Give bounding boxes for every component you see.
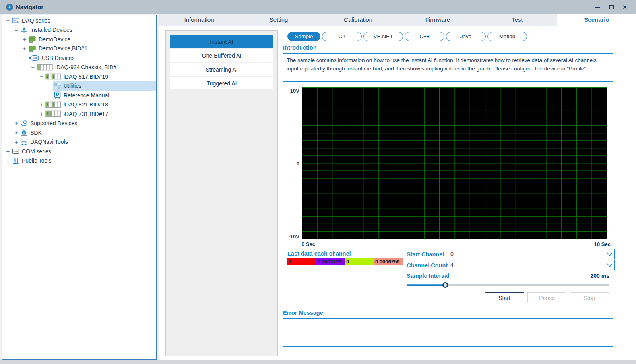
chassis-icon — [45, 110, 61, 117]
sample-list-item-one-buffered-ai[interactable]: One Buffered AI — [170, 49, 273, 62]
tree-item-label: Installed Devices — [30, 27, 72, 33]
tree-item-daq-series[interactable]: −DAQDAQ series — [2, 16, 156, 25]
language-tab-matlab[interactable]: Matlab — [487, 32, 527, 41]
tree-item-label: SDK — [30, 130, 42, 136]
sample-list-item-streaming-ai[interactable]: Streaming AI — [170, 63, 273, 76]
expand-icon[interactable]: + — [38, 101, 45, 108]
collapse-icon[interactable]: − — [13, 27, 19, 33]
tree-item-com-series[interactable]: +COMCOM series — [2, 147, 156, 156]
channel-1-value: 0.0003128 — [316, 258, 345, 265]
sample-list-item-instant-ai[interactable]: Instant AI — [170, 35, 273, 48]
channel-count-label: Channel Count — [407, 262, 448, 269]
navigator-app-icon: ▲ — [6, 4, 13, 11]
channel-3-value: 0.0006256 — [374, 258, 403, 265]
tree-item-public-tools[interactable]: +Public Tools — [2, 156, 156, 166]
chassis-icon — [45, 73, 61, 80]
tab-setting[interactable]: Setting — [239, 14, 318, 26]
chevron-down-icon — [605, 263, 614, 267]
tab-firmware[interactable]: Firmware — [398, 14, 477, 26]
sample-list-item-triggered-ai[interactable]: Triggered AI — [170, 77, 273, 89]
window-bottom-edge — [0, 360, 636, 364]
language-tab-c++[interactable]: C++ — [405, 32, 444, 41]
tree-item-demodevice[interactable]: +DEMODemoDevice — [2, 35, 156, 44]
expand-icon[interactable]: + — [13, 139, 19, 145]
tree-item-label: DemoDevice,BID#1 — [39, 45, 87, 52]
language-tab-java[interactable]: Java — [446, 32, 486, 41]
start-button[interactable]: Start — [485, 292, 524, 303]
expand-icon[interactable]: + — [5, 148, 11, 155]
chassis-icon — [37, 64, 53, 71]
svg-text:DEMO: DEMO — [29, 50, 33, 52]
tree-item-label: DemoDevice — [39, 36, 70, 43]
stop-button[interactable]: Stop — [570, 292, 609, 303]
daqnavi-tools-icon: DAQ — [20, 138, 28, 146]
navigator-window: ▲ Navigator ✕ −DAQDAQ series−Installed D… — [0, 0, 636, 364]
collapse-icon[interactable]: − — [38, 73, 45, 80]
expand-icon[interactable]: + — [13, 120, 19, 127]
installed-devices-icon — [20, 26, 28, 34]
x-axis-end-label: 10 Sec — [557, 241, 611, 247]
main-tab-bar: InformationSettingCalibrationFirmwareTes… — [159, 14, 636, 26]
demo-device-icon: DEMO — [29, 45, 36, 52]
sample-interval-slider[interactable] — [407, 282, 609, 288]
tab-calibration[interactable]: Calibration — [318, 14, 398, 26]
tree-item-idaq-731-bid-17[interactable]: +iDAQ-731,BID#17 — [2, 109, 156, 119]
close-button[interactable]: ✕ — [618, 0, 632, 14]
tree-item-demodevice-bid-1[interactable]: +DEMODemoDevice,BID#1 — [2, 44, 156, 54]
tree-item-supported-devices[interactable]: +Supported Devices — [2, 119, 156, 128]
title-bar: ▲ Navigator ✕ — [0, 0, 636, 14]
expand-icon[interactable]: + — [21, 36, 28, 43]
tree-item-sdk[interactable]: +</>SDK — [2, 128, 156, 137]
y-axis-max-label: 10V — [279, 88, 299, 94]
start-channel-label: Start Channel — [407, 251, 444, 258]
tree-item-utilities[interactable]: Utilities — [2, 81, 156, 91]
maximize-button[interactable] — [605, 0, 618, 14]
action-button-row: StartPauseStop — [485, 292, 609, 303]
chevron-down-icon — [605, 252, 614, 256]
tree-item-daqnavi-tools[interactable]: +DAQDAQNavi Tools — [2, 137, 156, 147]
pause-button[interactable]: Pause — [527, 292, 566, 303]
manual-icon: i — [54, 91, 61, 99]
error-message-box — [283, 318, 613, 347]
com-icon: COM — [12, 147, 19, 155]
svg-text:DAQ: DAQ — [13, 19, 18, 22]
collapse-icon[interactable]: − — [5, 17, 11, 24]
svg-text:i: i — [57, 93, 58, 96]
minimize-icon — [595, 7, 600, 8]
window-title: Navigator — [16, 4, 43, 10]
channel-count-dropdown[interactable]: 4 — [448, 260, 615, 270]
demo-device-icon: DEMO — [29, 35, 36, 43]
tree-item-idaq-817-bid-19[interactable]: −iDAQ-817,BID#19 — [2, 72, 156, 81]
tree-item-label: iDAQ-817,BID#19 — [64, 74, 108, 80]
svg-text:COM: COM — [14, 150, 18, 153]
y-axis-min-label: -10V — [279, 234, 299, 240]
tree-item-usb-devices[interactable]: −USBUSB Devices — [2, 53, 156, 63]
tab-information[interactable]: Information — [159, 14, 239, 26]
expand-icon[interactable]: + — [5, 157, 11, 164]
tree-item-reference-manual[interactable]: iReference Manual — [2, 91, 156, 100]
slider-fill — [407, 284, 445, 286]
supported-devices-icon — [20, 120, 28, 127]
scenario-sample-list: Instant AIOne Buffered AIStreaming AITri… — [165, 30, 278, 356]
tree-item-idaq-821-bid-18[interactable]: +iDAQ-821,BID#18 — [2, 100, 156, 110]
language-tab-vb.net[interactable]: VB.NET — [363, 32, 403, 41]
chassis-icon — [45, 101, 61, 108]
start-channel-dropdown[interactable]: 0 — [448, 249, 615, 259]
language-tab-sample[interactable]: Sample — [287, 32, 320, 41]
minimize-button[interactable] — [591, 0, 605, 14]
expand-icon[interactable]: + — [21, 45, 28, 52]
slider-thumb[interactable] — [442, 282, 448, 288]
tab-test[interactable]: Test — [477, 14, 557, 26]
collapse-icon[interactable]: − — [21, 54, 28, 61]
tree-item-label: iDAQ-821,BID#18 — [64, 101, 108, 108]
expand-icon[interactable]: + — [13, 129, 19, 136]
tree-item-idaq-934-chassis-bid-1[interactable]: −iDAQ-934 Chassis, BID#1 — [2, 63, 156, 72]
language-tab-c#[interactable]: C# — [322, 32, 362, 41]
tree-item-label: Public Tools — [22, 157, 51, 164]
tree-item-label: DAQ series — [22, 17, 50, 24]
collapse-icon[interactable]: − — [30, 64, 36, 71]
expand-icon[interactable]: + — [38, 110, 45, 117]
tab-scenario[interactable]: Scenario — [557, 14, 636, 26]
introduction-text: The sample contains information on how t… — [283, 53, 613, 82]
tree-item-installed-devices[interactable]: −Installed Devices — [2, 25, 156, 35]
